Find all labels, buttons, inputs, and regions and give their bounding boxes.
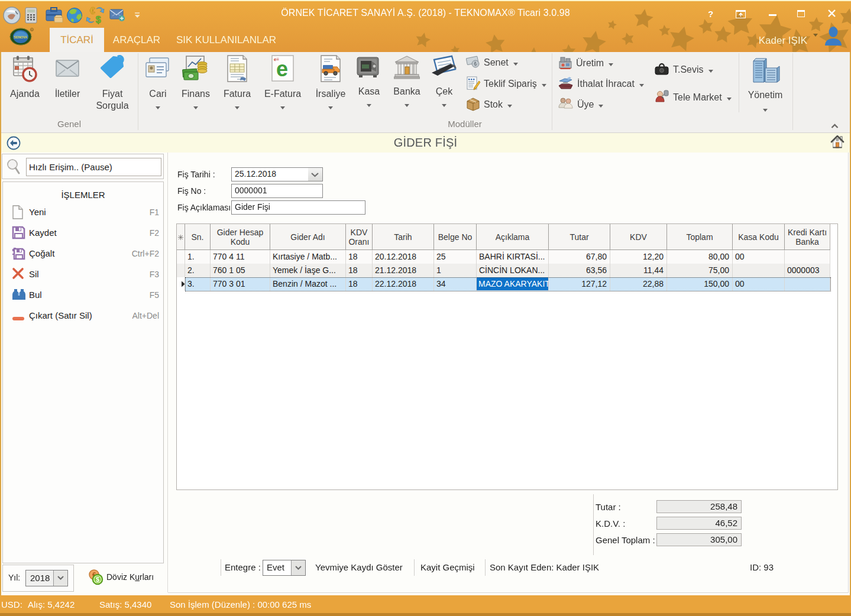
svg-text:R: R [31,28,33,31]
svg-text:₺: ₺ [474,61,477,67]
svg-text:e: e [276,57,288,81]
svg-text:SENOVA: SENOVA [14,35,28,39]
svg-text:$: $ [96,576,99,583]
svg-text:$: $ [96,15,101,25]
svg-text:€: € [90,6,95,16]
